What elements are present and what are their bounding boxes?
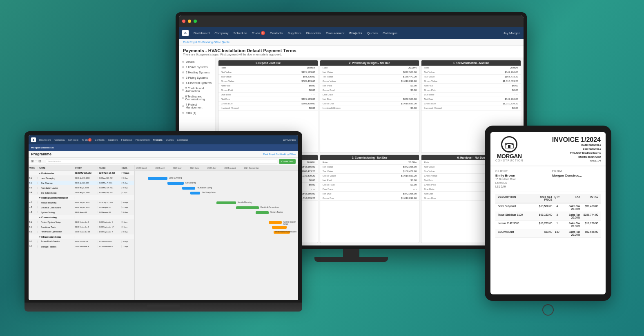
sidebar-item-3[interactable]: 3 Piping Systems (179, 75, 215, 80)
laptop-nav-schedule[interactable]: Schedule (68, 139, 78, 141)
gantt-row-7[interactable]: 4.2Electrical Connections01:00 July 31, … (29, 205, 134, 210)
gantt-bar-row-11 (135, 225, 298, 230)
nav-dot-red[interactable] (182, 20, 185, 23)
app-logo: A (182, 30, 189, 36)
payment-row: Net Paid$0.00 (320, 178, 419, 183)
payment-row: Net Due$842,366.00 (421, 97, 521, 102)
create-new-button[interactable]: Create New (279, 159, 296, 164)
nav-dot-green[interactable] (194, 20, 197, 23)
sidebar-item-5[interactable]: 5 Controls and Automation (179, 86, 215, 94)
invoice-table: DESCRIPTION UNIT NET PRICE QTY TAX TOTAL… (490, 192, 606, 238)
sidebar-item-2[interactable]: 2 Heating Systems (179, 70, 215, 75)
sidebar-item-files[interactable]: Files (4) (179, 110, 215, 115)
nav-item-financials[interactable]: Financials (306, 31, 321, 35)
gantt-row-1[interactable]: 5.1Land Surveying01:00 April 10, 202401:… (29, 176, 134, 181)
gantt-row-10[interactable]: 5.1Control System Setup01:00 September 9… (29, 220, 134, 225)
payment-row: Net Value$421,183.00 (218, 70, 318, 75)
payment-row: Net Paid$0.00 (218, 84, 318, 88)
user-menu[interactable]: Jay Morgan (503, 31, 520, 35)
tablet-screen: MORGAN CONSTRUCTION INVOICE 1/2024 DATE … (490, 132, 606, 294)
invoice-row-2: Lensar 8142 3000 $13,253.00 1 Sales Tax … (495, 221, 601, 229)
from-label: FROM (552, 170, 601, 172)
nav-item-procurement[interactable]: Procurement (326, 31, 345, 35)
gantt-row-8[interactable]: 4.2System Testing01:00 August 2001:00 Au… (29, 210, 134, 215)
gantt-row-9[interactable]: ▼ Commissioning (29, 215, 134, 220)
gantt-search-input[interactable]: Search tasks (46, 159, 277, 164)
invoice-meta: DATE 24/09/2024 REF 24/09/2024 PROJECT B… (552, 144, 601, 163)
payment-row: Rate20.00% (320, 160, 419, 165)
gantt-row-11[interactable]: 5.2Functional Tests01:00 September 901:0… (29, 225, 134, 230)
gantt-bar-row-14 (135, 239, 298, 244)
company-sub: CONSTRUCTION (495, 159, 523, 162)
sidebar-item-7[interactable]: 7 Project Management (179, 102, 215, 110)
payment-row: Gross Paid$0.00 (320, 183, 419, 187)
payment-row: Net Due$421,183.00 (218, 97, 318, 102)
gantt-bar-row-1: Land Surveying (135, 176, 298, 181)
nav-item-schedule[interactable]: Schedule (233, 31, 247, 35)
sidebar-item-4[interactable]: 4 Electrical Systems (179, 80, 215, 86)
gantt-row-13[interactable]: ▼ Infrastructure Setup (29, 234, 134, 239)
gantt-header: WBS NAME START FINISH DUR. (29, 165, 134, 171)
gantt-row-15[interactable]: 9.2Storage Facilities21:00 November A21:… (29, 244, 134, 249)
gantt-row-0[interactable]: ▼ Preliminaries01:00 March 5, 20201:00 A… (29, 171, 134, 176)
laptop-nav-todo[interactable]: To-do3 (82, 138, 91, 141)
gantt-row-5[interactable]: ▼ Heating System Installation (29, 195, 134, 200)
monitor-topbar: A Dashboard Company Schedule To-do3 Cont… (179, 27, 524, 39)
payment-row: Net Paid$0.00 (320, 84, 419, 88)
laptop-nav-catalogue[interactable]: Catalogue (177, 139, 188, 141)
gantt-row-2[interactable]: 5.2Site Clearing01:00 April 22, 20201:00… (29, 181, 134, 186)
laptop-nav-contacts[interactable]: Contacts (95, 139, 105, 141)
gantt-row-3[interactable]: 5.3Foundation Laying01:00 May 7, 202401:… (29, 186, 134, 190)
payment-row: Due Date- - - (421, 93, 521, 97)
gantt-bar-site-clearing (167, 182, 184, 185)
laptop-nav-quotes[interactable]: Quotes (166, 139, 174, 141)
invoice-row-3: SMOMA Duct $93.00 130 Sales Tax 20.00% $… (495, 229, 601, 238)
payment-row: Tax Value$84,236.60 (218, 75, 318, 79)
laptop-nav-dashboard[interactable]: Dashboard (39, 139, 51, 141)
payment-row: Due Date- - - (320, 187, 419, 192)
laptop-nav-company[interactable]: Company (54, 139, 65, 141)
gantt-page-title: Programme (31, 152, 51, 156)
tablet-home-button[interactable] (542, 304, 554, 316)
laptop-screen: A Dashboard Company Schedule To-do3 Cont… (29, 135, 298, 300)
toolbar-icon-grid[interactable]: ⊟ (38, 159, 41, 163)
nav-item-catalogue[interactable]: Catalogue (383, 31, 397, 35)
nav-dot-yellow[interactable] (188, 20, 191, 23)
gantt-row-6[interactable]: 4.1Module Mounting01:00 July 11, 202401:… (29, 200, 134, 205)
nav-item-suppliers[interactable]: Suppliers (287, 31, 301, 35)
invoice-from-col: FROM Morgan Construc... (552, 170, 601, 188)
gantt-bar-row-7: Electrical Connections (135, 205, 298, 210)
sidebar-item-details[interactable]: Details (179, 59, 215, 64)
gantt-row-12[interactable]: 5.3Performance Optimisation10:00 Septemb… (29, 230, 134, 234)
payment-row: Due Date- - - (218, 93, 318, 97)
gantt-row-14[interactable]: 9.1Access Roads Creation01:00 October 29… (29, 239, 134, 244)
gantt-bar-foundation (182, 187, 195, 190)
nav-item-quotes[interactable]: Quotes (367, 31, 378, 35)
create-btn[interactable]: Create New (279, 159, 296, 164)
gantt-toolbar-icons: ⊞ ☰ ⊟ (31, 159, 44, 164)
laptop-user[interactable]: Jay Morgan (283, 139, 296, 141)
nav-item-projects[interactable]: Projects (350, 31, 363, 35)
laptop-nav-suppliers[interactable]: Suppliers (108, 139, 118, 141)
sidebar-item-1[interactable]: 1 HVAC Systems (179, 64, 215, 70)
gantt-row-4[interactable]: 5.4Site Safety Setup21:00 May 31, 202421… (29, 190, 134, 195)
sidebar-item-6[interactable]: 6 Testing and Commissioning (179, 94, 215, 102)
toolbar-icon-expand[interactable]: ⊞ (31, 159, 34, 163)
nav-item-company[interactable]: Company (214, 31, 228, 35)
payment-row: Gross Value$1,010,839.20 (421, 79, 521, 84)
gantt-bar-row-4: Site Safety Setup (135, 190, 298, 195)
payment-row: Gross Value$1,010,839.20 (320, 79, 419, 84)
nav-item-todo[interactable]: To-do3 (252, 31, 265, 35)
gantt-bar-row-0 (135, 171, 298, 176)
payment-row: Gross Paid$0.00 (218, 88, 318, 93)
laptop-nav-financials[interactable]: Financials (121, 139, 132, 141)
laptop-logo: A (31, 137, 36, 142)
nav-item-contacts[interactable]: Contacts (270, 31, 283, 35)
laptop-nav-procurement[interactable]: Procurement (136, 139, 149, 141)
toolbar-icon-list[interactable]: ☰ (35, 159, 38, 163)
laptop-nav-projects[interactable]: Projects (153, 139, 163, 141)
payment-row: Net Paid$0.00 (421, 84, 521, 88)
client-label: CLIENT (495, 170, 544, 172)
nav-item-dashboard[interactable]: Dashboard (194, 31, 209, 35)
gantt-bar-row-3: Foundation Laying (135, 186, 298, 190)
